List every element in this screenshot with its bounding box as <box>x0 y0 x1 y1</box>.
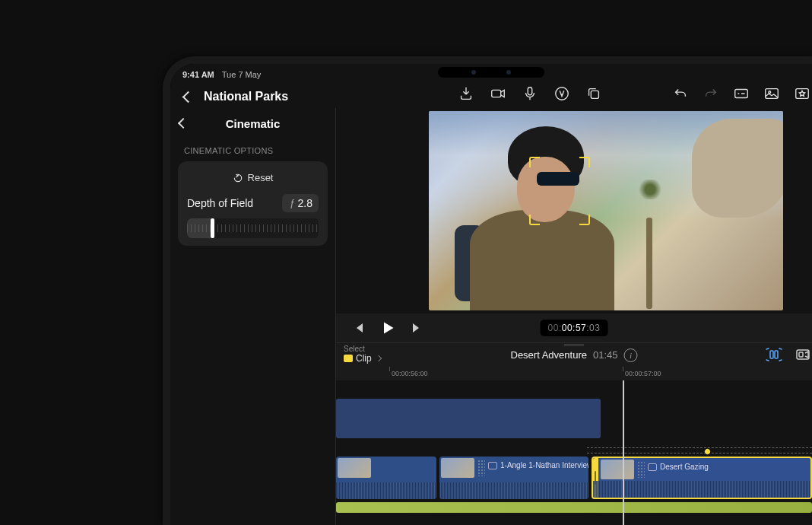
video-clip-2[interactable]: 1-Angle 1-Nathan Interview <box>439 457 588 499</box>
titles-icon[interactable] <box>553 85 570 102</box>
viewer[interactable] <box>429 111 783 310</box>
music-track[interactable] <box>336 502 812 513</box>
duplicate-icon[interactable] <box>585 85 602 102</box>
previous-button[interactable] <box>350 319 368 337</box>
svg-rect-3 <box>591 91 598 98</box>
cinematic-options-card: Reset Depth of Field ƒ2.8 <box>178 161 328 246</box>
toolbar-right <box>672 85 812 102</box>
select-mode-button[interactable]: Clip <box>344 353 381 364</box>
svg-rect-5 <box>766 89 779 99</box>
slider-handle[interactable] <box>211 218 214 238</box>
svg-point-6 <box>769 91 771 94</box>
inspector-section-label: CINEMATIC OPTIONS <box>170 138 335 161</box>
project-title: National Parks <box>204 90 288 103</box>
select-mode-label: Select <box>344 345 365 353</box>
inspector-back-button[interactable] <box>178 118 189 129</box>
toolbar-center <box>458 85 602 102</box>
depth-of-field-slider[interactable] <box>187 218 319 238</box>
timecode-display[interactable]: 00:00:57:03 <box>541 320 608 336</box>
photo-icon[interactable] <box>763 85 780 102</box>
reset-button[interactable]: Reset <box>187 169 319 191</box>
svg-rect-11 <box>799 352 803 357</box>
status-time: 9:41 AM <box>182 70 214 79</box>
status-date: Tue 7 May <box>222 70 262 79</box>
voiceover-icon[interactable] <box>522 85 538 102</box>
inspector-sidebar: Cinematic CINEMATIC OPTIONS Reset Depth … <box>170 108 336 525</box>
cinematic-icon <box>648 463 657 471</box>
timeline-project-title: Desert Adventure <box>511 349 587 361</box>
audio-track-top[interactable] <box>336 399 601 438</box>
depth-of-field-value[interactable]: ƒ2.8 <box>282 194 319 212</box>
video-clip-1[interactable] <box>336 457 436 499</box>
position-icon[interactable] <box>794 346 812 364</box>
svg-rect-9 <box>775 351 778 358</box>
info-icon[interactable]: i <box>624 348 638 362</box>
camera-icon[interactable] <box>490 85 506 102</box>
app-screen: 9:41 AM Tue 7 May National Parks Cinemat… <box>170 64 812 525</box>
captions-icon[interactable] <box>733 85 750 102</box>
timeline-duration: 01:45 <box>593 349 618 361</box>
timeline[interactable]: 1-Angle 1-Nathan Interview Desert Gazing <box>336 380 812 525</box>
ipad-frame: 9:41 AM Tue 7 May National Parks Cinemat… <box>163 56 812 525</box>
drag-handle-icon[interactable] <box>564 344 584 346</box>
svg-rect-0 <box>492 90 501 97</box>
depth-of-field-row: Depth of Field ƒ2.8 <box>187 191 319 218</box>
camera-notch <box>438 67 544 78</box>
reset-icon <box>233 173 243 183</box>
main-area: 00:00:57:03 Select Clip Desert Adventure… <box>336 108 812 525</box>
depth-of-field-label: Depth of Field <box>187 197 253 209</box>
favorite-icon[interactable] <box>794 85 810 102</box>
video-track: 1-Angle 1-Nathan Interview Desert Gazing <box>336 457 812 499</box>
clip-icon <box>344 355 353 362</box>
timeline-project-info: Desert Adventure 01:45 i <box>511 348 638 362</box>
focus-box[interactable] <box>529 157 590 225</box>
fstop-icon: ƒ <box>290 198 295 208</box>
clip-label: Clip <box>356 353 372 364</box>
undo-icon[interactable] <box>672 85 689 102</box>
next-button[interactable] <box>408 319 426 337</box>
svg-rect-1 <box>528 88 532 95</box>
magnetic-icon[interactable] <box>765 346 783 364</box>
playhead[interactable] <box>623 380 624 525</box>
svg-rect-8 <box>770 351 773 358</box>
keyframe-track[interactable] <box>587 447 812 453</box>
timeline-info-bar: Select Clip Desert Adventure 01:45 i <box>336 342 812 367</box>
inspector-title: Cinematic <box>226 117 281 130</box>
import-icon[interactable] <box>458 85 474 102</box>
status-bar: 9:41 AM Tue 7 May <box>182 70 261 79</box>
video-clip-3-selected[interactable]: Desert Gazing <box>592 457 812 499</box>
redo-icon[interactable] <box>703 85 719 102</box>
keyframe-dot[interactable] <box>704 448 712 456</box>
chevron-updown-icon <box>375 355 381 361</box>
chevron-left-icon <box>182 91 194 103</box>
play-button[interactable] <box>379 319 397 337</box>
inspector-header: Cinematic <box>170 108 335 138</box>
back-button[interactable] <box>178 87 198 107</box>
transport-bar: 00:00:57:03 <box>336 313 812 342</box>
reset-label: Reset <box>248 172 274 183</box>
multicam-icon <box>488 462 497 469</box>
timeline-ruler[interactable]: 00:00:56:00 00:00:57:00 <box>336 367 812 380</box>
svg-point-2 <box>556 88 569 100</box>
